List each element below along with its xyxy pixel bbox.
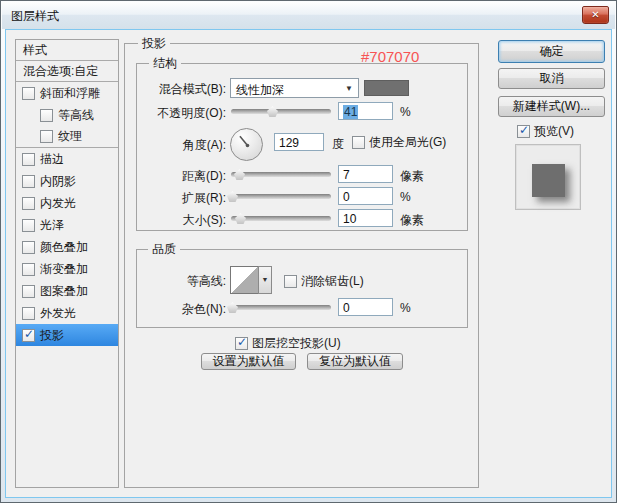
contour-thumbnail[interactable] bbox=[230, 266, 259, 294]
sidebar-item-label: 等高线 bbox=[58, 107, 94, 124]
noise-unit: % bbox=[400, 301, 411, 315]
style-checkbox[interactable] bbox=[22, 307, 35, 320]
opacity-slider[interactable] bbox=[231, 109, 331, 114]
anti-alias-row[interactable]: 消除锯齿(L) bbox=[284, 273, 364, 290]
styles-sidebar: 样式 混合选项:自定 斜面和浮雕 等高线 纹理 描边 内阴影 内 bbox=[15, 39, 119, 488]
angle-value: 129 bbox=[279, 136, 299, 150]
shadow-color-swatch[interactable] bbox=[364, 80, 409, 96]
spread-value: 0 bbox=[343, 190, 350, 204]
title-bar[interactable]: 图层样式 ✕ bbox=[2, 2, 615, 29]
style-checkbox[interactable] bbox=[22, 241, 35, 254]
dialog-title: 图层样式 bbox=[11, 8, 59, 25]
size-field[interactable]: 10 bbox=[338, 209, 393, 227]
sidebar-item-drop-shadow[interactable]: ✓ 投影 bbox=[16, 324, 118, 346]
global-light-checkbox[interactable] bbox=[352, 136, 365, 149]
anti-alias-checkbox[interactable] bbox=[284, 275, 297, 288]
knockout-label: 图层挖空投影(U) bbox=[252, 335, 341, 352]
make-default-button[interactable]: 设置为默认值 bbox=[201, 353, 296, 370]
reset-default-button[interactable]: 复位为默认值 bbox=[307, 353, 403, 370]
sidebar-item-gradient-overlay[interactable]: 渐变叠加 bbox=[16, 258, 118, 280]
sidebar-item-color-overlay[interactable]: 颜色叠加 bbox=[16, 236, 118, 258]
sidebar-item-inner-shadow[interactable]: 内阴影 bbox=[16, 170, 118, 192]
sidebar-item-outer-glow[interactable]: 外发光 bbox=[16, 302, 118, 324]
opacity-value: 41 bbox=[343, 105, 358, 119]
noise-field[interactable]: 0 bbox=[338, 298, 393, 316]
sidebar-item-label: 样式 bbox=[23, 42, 47, 59]
knockout-row[interactable]: ✓ 图层挖空投影(U) bbox=[235, 335, 341, 352]
style-checkbox[interactable] bbox=[22, 87, 35, 100]
blend-mode-label: 混合模式(B): bbox=[141, 81, 226, 98]
distance-unit: 像素 bbox=[400, 168, 424, 185]
size-label: 大小(S): bbox=[141, 212, 226, 229]
sidebar-item-contour[interactable]: 等高线 bbox=[16, 104, 118, 126]
sidebar-item-label: 内阴影 bbox=[40, 173, 76, 190]
dialog-body: 样式 混合选项:自定 斜面和浮雕 等高线 纹理 描边 内阴影 内 bbox=[6, 30, 611, 497]
sidebar-item-satin[interactable]: 光泽 bbox=[16, 214, 118, 236]
sidebar-item-label: 纹理 bbox=[58, 128, 82, 145]
sidebar-item-bevel-emboss[interactable]: 斜面和浮雕 bbox=[16, 82, 118, 104]
sidebar-item-inner-glow[interactable]: 内发光 bbox=[16, 192, 118, 214]
chevron-down-icon: ▼ bbox=[345, 84, 353, 93]
sidebar-item-texture[interactable]: 纹理 bbox=[16, 126, 118, 148]
noise-slider[interactable] bbox=[231, 305, 331, 310]
distance-field[interactable]: 7 bbox=[338, 165, 393, 183]
opacity-unit: % bbox=[400, 105, 411, 119]
preview-row[interactable]: ✓ 预览(V) bbox=[517, 123, 574, 140]
quality-group-title: 品质 bbox=[148, 242, 180, 256]
angle-unit: 度 bbox=[332, 136, 344, 153]
sidebar-item-pattern-overlay[interactable]: 图案叠加 bbox=[16, 280, 118, 302]
sidebar-item-label: 光泽 bbox=[40, 217, 64, 234]
sidebar-item-stroke[interactable]: 描边 bbox=[16, 148, 118, 170]
opacity-field[interactable]: 41 bbox=[338, 102, 393, 120]
sidebar-item-label: 外发光 bbox=[40, 305, 76, 322]
sidebar-item-label: 斜面和浮雕 bbox=[40, 85, 100, 102]
angle-needle bbox=[231, 129, 264, 162]
sidebar-item-label: 描边 bbox=[40, 151, 64, 168]
sidebar-item-label: 颜色叠加 bbox=[40, 239, 88, 256]
distance-label: 距离(D): bbox=[141, 168, 226, 185]
global-light-row[interactable]: 使用全局光(G) bbox=[352, 134, 446, 151]
size-slider[interactable] bbox=[231, 216, 331, 221]
noise-label: 杂色(N): bbox=[141, 301, 226, 318]
new-style-button[interactable]: 新建样式(W)... bbox=[498, 96, 605, 117]
spread-field[interactable]: 0 bbox=[338, 187, 393, 205]
sidebar-item-label: 内发光 bbox=[40, 195, 76, 212]
sidebar-list: 样式 混合选项:自定 斜面和浮雕 等高线 纹理 描边 内阴影 内 bbox=[16, 40, 118, 346]
angle-dial[interactable] bbox=[230, 128, 263, 161]
style-checkbox[interactable] bbox=[40, 109, 53, 122]
preview-shadow-square bbox=[532, 164, 565, 197]
distance-value: 7 bbox=[343, 168, 350, 182]
angle-label: 角度(A): bbox=[141, 137, 226, 154]
blend-mode-select[interactable]: 线性加深 ▼ bbox=[230, 78, 359, 98]
style-checkbox[interactable]: ✓ bbox=[22, 329, 35, 342]
sidebar-item-label: 渐变叠加 bbox=[40, 261, 88, 278]
contour-dropdown-button[interactable]: ▼ bbox=[258, 266, 272, 294]
style-checkbox[interactable] bbox=[22, 263, 35, 276]
cancel-button[interactable]: 取消 bbox=[498, 68, 605, 89]
sidebar-item-blending-options[interactable]: 混合选项:自定 bbox=[16, 61, 118, 82]
spread-unit: % bbox=[400, 190, 411, 204]
preview-label: 预览(V) bbox=[534, 123, 574, 140]
preview-checkbox[interactable]: ✓ bbox=[517, 125, 530, 138]
blend-mode-value: 线性加深 bbox=[236, 83, 284, 97]
spread-label: 扩展(R): bbox=[141, 190, 226, 207]
close-button[interactable]: ✕ bbox=[582, 6, 609, 24]
spread-slider[interactable] bbox=[231, 194, 331, 199]
style-checkbox[interactable] bbox=[22, 219, 35, 232]
knockout-checkbox[interactable]: ✓ bbox=[235, 337, 248, 350]
global-light-label: 使用全局光(G) bbox=[369, 134, 446, 151]
anti-alias-label: 消除锯齿(L) bbox=[301, 273, 364, 290]
style-checkbox[interactable] bbox=[40, 130, 53, 143]
style-checkbox[interactable] bbox=[22, 197, 35, 210]
style-checkbox[interactable] bbox=[22, 153, 35, 166]
chevron-down-icon: ▼ bbox=[262, 276, 269, 283]
contour-label: 等高线: bbox=[151, 273, 226, 290]
angle-field[interactable]: 129 bbox=[274, 133, 324, 151]
style-checkbox[interactable] bbox=[22, 285, 35, 298]
style-checkbox[interactable] bbox=[22, 175, 35, 188]
sidebar-item-label: 混合选项:自定 bbox=[23, 63, 98, 80]
sidebar-item-styles[interactable]: 样式 bbox=[16, 40, 118, 61]
drop-shadow-group-title: 投影 bbox=[138, 36, 170, 50]
ok-button[interactable]: 确定 bbox=[498, 40, 605, 63]
distance-slider[interactable] bbox=[231, 172, 331, 177]
